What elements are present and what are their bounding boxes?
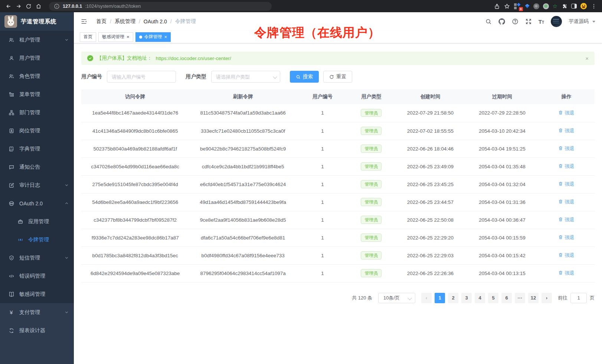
- puzzle-extensions-icon[interactable]: [561, 3, 567, 9]
- side-panel-icon[interactable]: [571, 4, 577, 9]
- user-id-cell: 1: [297, 122, 348, 140]
- tab-1[interactable]: 敏感词管理×: [98, 32, 133, 42]
- bookmark-star-icon[interactable]: [504, 3, 510, 9]
- tab-0[interactable]: 首页: [80, 32, 96, 42]
- app-logo-bar[interactable]: 芋道管理系统: [0, 12, 74, 31]
- command-extension-icon[interactable]: ✣: [533, 3, 539, 9]
- sidebar-item-8[interactable]: 审计日志: [0, 176, 74, 194]
- browser-menu-icon[interactable]: [590, 3, 597, 9]
- role-icon: [8, 73, 14, 79]
- sidebar-item-12[interactable]: 短信管理: [0, 249, 74, 267]
- record-extension-icon[interactable]: [543, 3, 549, 9]
- search-icon[interactable]: [485, 18, 492, 25]
- reset-button[interactable]: 重置: [323, 71, 352, 83]
- browser-forward-icon[interactable]: [15, 3, 22, 9]
- user-type-select-input[interactable]: [211, 71, 280, 83]
- alert-close-icon[interactable]: ×: [585, 55, 589, 62]
- sidebar-item-11[interactable]: 令牌管理: [0, 231, 74, 249]
- token-table: 访问令牌刷新令牌用户编号用户类型创建时间过期时间操作 1ea5e44f8bc14…: [81, 89, 595, 282]
- force-logout-label: 强退: [565, 270, 574, 277]
- tab-close-icon[interactable]: ×: [127, 34, 130, 39]
- sidebar-item-10[interactable]: 应用管理: [0, 212, 74, 231]
- sidebar-item-6[interactable]: 字典管理: [0, 140, 74, 158]
- user-type-cell: 管理员: [348, 264, 394, 282]
- share-icon[interactable]: [494, 3, 500, 9]
- page-button-5[interactable]: 5: [488, 293, 498, 303]
- user-menu-caret-icon[interactable]: [592, 21, 595, 23]
- site-info-icon[interactable]: [53, 3, 60, 9]
- gem-extension-icon[interactable]: [525, 4, 530, 9]
- breadcrumb-item[interactable]: OAuth 2.0: [144, 19, 167, 24]
- force-logout-button[interactable]: 强退: [558, 270, 574, 277]
- alert-text: 【用户体系】文档地址：: [97, 55, 152, 62]
- expire-time-cell: 2054-03-04 01:32:04: [466, 175, 538, 193]
- sidebar-item-15[interactable]: ¥支付管理: [0, 303, 74, 321]
- force-logout-button[interactable]: 强退: [558, 128, 574, 134]
- report-icon: [8, 327, 14, 334]
- sidebar-item-7[interactable]: 通知公告: [0, 158, 74, 176]
- oauth-icon: [8, 200, 14, 206]
- user-id-input[interactable]: [107, 71, 176, 83]
- browser-back-icon[interactable]: [5, 3, 12, 9]
- font-size-icon[interactable]: TT: [539, 19, 544, 24]
- sidebar-item-14[interactable]: 敏感词管理: [0, 285, 74, 303]
- emoji-profile-icon[interactable]: [580, 3, 587, 9]
- force-logout-button[interactable]: 强退: [558, 252, 574, 259]
- sidebar-item-5[interactable]: 岗位管理: [0, 122, 74, 140]
- sidebar-item-0[interactable]: 租户管理: [0, 31, 74, 49]
- force-logout-button[interactable]: 强退: [558, 216, 574, 223]
- sidebar-item-4[interactable]: 部门管理: [0, 103, 74, 122]
- force-logout-button[interactable]: 强退: [558, 181, 574, 188]
- help-icon[interactable]: [512, 18, 518, 25]
- created-time-cell: 2022-06-25 22:29:03: [395, 246, 467, 264]
- user-id-cell: 1: [297, 246, 348, 264]
- sidebar-item-3[interactable]: 菜单管理: [0, 85, 74, 103]
- trash-icon: [558, 252, 563, 258]
- success-check-icon: [87, 55, 93, 61]
- goto-page-input[interactable]: [570, 293, 587, 303]
- page-button-1[interactable]: 1: [435, 293, 445, 303]
- force-logout-button[interactable]: 强退: [558, 163, 574, 170]
- star-extension-icon[interactable]: ☆: [553, 3, 557, 9]
- page-button-6[interactable]: 6: [501, 293, 512, 303]
- sidebar-item-16[interactable]: 报表设计器: [0, 321, 74, 340]
- search-button[interactable]: 搜索: [290, 71, 319, 83]
- page-button-4[interactable]: 4: [475, 293, 485, 303]
- browser-home-icon[interactable]: [35, 3, 42, 9]
- page-button-12[interactable]: 12: [528, 293, 539, 303]
- user-name[interactable]: 芋道源码: [569, 18, 589, 25]
- github-icon[interactable]: [498, 18, 505, 25]
- alert-link[interactable]: https://doc.iocoder.cn/user-center/: [156, 56, 231, 61]
- pixel-extension-icon[interactable]: 9: [514, 3, 521, 10]
- tab-close-icon[interactable]: ×: [164, 34, 167, 39]
- page-ellipsis-button[interactable]: ···: [515, 293, 525, 303]
- sidebar-item-13[interactable]: 错误码管理: [0, 267, 74, 285]
- breadcrumb-separator: /: [139, 19, 140, 24]
- user-type-cell: 管理员: [348, 158, 394, 175]
- force-logout-button[interactable]: 强退: [558, 199, 574, 205]
- doc-alert: 【用户体系】文档地址： https://doc.iocoder.cn/user-…: [81, 52, 595, 65]
- pagination: 共 120 条 10条/页 ‹ 123456···12 › 前往 页: [81, 293, 595, 303]
- sidebar-collapse-icon[interactable]: [81, 18, 87, 25]
- force-logout-button[interactable]: 强退: [558, 110, 574, 116]
- force-logout-button[interactable]: 强退: [558, 145, 574, 152]
- breadcrumb-separator: /: [110, 19, 111, 24]
- browser-reload-icon[interactable]: [25, 3, 32, 9]
- user-type-select[interactable]: [211, 71, 280, 83]
- breadcrumb-item[interactable]: 系统管理: [115, 18, 135, 25]
- next-page-button[interactable]: ›: [542, 293, 552, 303]
- tab-2[interactable]: 令牌管理×: [135, 32, 171, 42]
- sidebar-item-1[interactable]: 用户管理: [0, 49, 74, 67]
- fullscreen-icon[interactable]: [525, 18, 532, 25]
- page-button-2[interactable]: 2: [448, 293, 458, 303]
- sidebar-item-9[interactable]: OAuth 2.0: [0, 194, 74, 212]
- created-time-cell: 2022-06-25 23:45:25: [395, 175, 467, 193]
- page-button-3[interactable]: 3: [461, 293, 472, 303]
- address-bar[interactable]: 127.0.0.1:1024/system/oauth2/token: [49, 2, 272, 11]
- force-logout-button[interactable]: 强退: [558, 234, 574, 241]
- avatar[interactable]: [551, 16, 562, 27]
- prev-page-button[interactable]: ‹: [421, 293, 432, 303]
- breadcrumb-item[interactable]: 首页: [96, 18, 107, 25]
- sidebar-item-2[interactable]: 角色管理: [0, 67, 74, 85]
- page-size-select[interactable]: 10条/页: [378, 293, 415, 303]
